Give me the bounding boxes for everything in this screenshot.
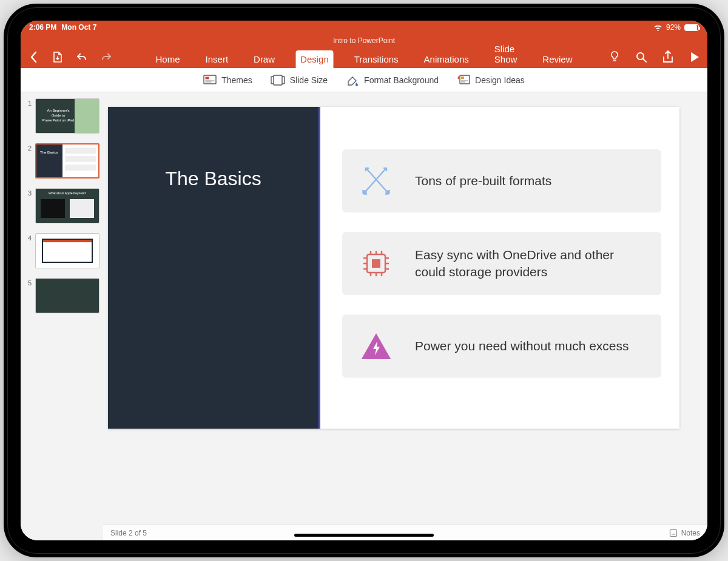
tab-insert[interactable]: Insert [201,50,234,68]
tab-draw[interactable]: Draw [249,50,280,68]
slide-size-icon [271,75,285,86]
thumb-number: 3 [24,188,32,197]
ios-status-bar: 2:06 PM Mon Oct 7 92% [21,21,707,34]
svg-rect-6 [461,76,464,79]
tab-review[interactable]: Review [538,50,577,68]
ribbon-tabs: Home Insert Draw Design Transitions Anim… [151,46,578,68]
tab-design[interactable]: Design [295,50,334,68]
slide-thumbnail-panel[interactable]: 1 An Beginner's Guide to PowerPoint on i… [21,92,103,540]
thumb-number: 1 [24,98,32,107]
tab-home[interactable]: Home [151,50,185,68]
slide-card-1-text: Tons of pre-built formats [415,172,551,189]
slide-position: Slide 2 of 5 [110,529,147,537]
slide-size-label: Slide Size [290,75,328,85]
status-footer: Slide 2 of 5 Notes [103,525,707,540]
notes-button[interactable]: Notes [669,529,700,537]
slide-card-3[interactable]: Power you need without much excess [342,314,661,378]
design-ideas-label: Design Ideas [475,75,525,85]
thumb-number: 5 [24,278,32,287]
slide-title: The Basics [165,168,261,190]
slide-card-2[interactable]: Easy sync with OneDrive and other could … [342,232,661,295]
thumb-number: 2 [24,143,32,152]
svg-rect-11 [670,529,676,536]
design-ideas-button[interactable]: Design Ideas [457,75,525,86]
home-indicator[interactable] [294,534,434,537]
svg-rect-4 [274,75,282,85]
battery-icon [684,24,699,31]
themes-icon [203,75,217,86]
ipad-device-frame: 2:06 PM Mon Oct 7 92% Intro to PowerPoin… [4,4,724,557]
slide-card-3-text: Power you need without much excess [415,338,629,355]
app-bar: Intro to PowerPoint [21,34,707,68]
undo-button[interactable] [75,50,89,64]
design-toolbar: Themes Slide Size Format Background Desi… [21,68,707,92]
play-slideshow-button[interactable] [688,50,701,64]
slide-thumbnail-3[interactable]: What about Apple Keynote? [35,188,99,223]
file-menu-button[interactable] [51,50,64,64]
thumb-number: 4 [24,233,32,242]
slide-thumbnail-1[interactable]: An Beginner's Guide to PowerPoint on iPa… [35,98,99,134]
tell-me-button[interactable] [608,50,621,64]
document-title: Intro to PowerPoint [21,34,707,46]
design-ideas-icon [457,75,470,86]
notes-label: Notes [681,529,700,537]
slide-thumbnail-4[interactable]: Design [35,233,99,268]
svg-rect-2 [206,76,209,79]
slide-thumbnail-2[interactable]: The Basics [35,143,99,178]
format-background-button[interactable]: Format Background [346,74,439,86]
share-button[interactable] [661,50,675,64]
redo-button[interactable] [99,50,113,64]
lightning-triangle-icon [358,328,394,364]
tab-animations[interactable]: Animations [419,50,474,68]
format-background-icon [346,74,359,86]
slide-thumbnail-5[interactable] [35,278,99,313]
chip-icon [358,245,394,282]
workspace: 1 An Beginner's Guide to PowerPoint on i… [21,92,707,540]
slide-size-button[interactable]: Slide Size [271,75,328,86]
wifi-icon [653,24,662,31]
themes-button[interactable]: Themes [203,75,252,86]
slide-canvas-area[interactable]: The Basics Tons of pre-built formats [103,92,707,525]
back-button[interactable] [27,50,40,64]
status-date: Mon Oct 7 [61,23,96,32]
status-time: 2:06 PM [29,23,56,32]
format-background-label: Format Background [364,75,439,85]
svg-rect-10 [372,259,380,268]
tab-slideshow[interactable]: Slide Show [490,40,522,68]
battery-percent: 92% [666,23,681,32]
slide-card-2-text: Easy sync with OneDrive and other could … [415,246,645,281]
current-slide[interactable]: The Basics Tons of pre-built formats [108,107,679,429]
svg-rect-1 [204,75,216,84]
notes-icon [669,529,678,537]
slide-card-1[interactable]: Tons of pre-built formats [342,149,661,212]
swords-icon [358,163,394,199]
search-button[interactable] [635,50,648,64]
themes-label: Themes [221,75,252,85]
slide-title-panel[interactable]: The Basics [108,107,320,429]
tab-transitions[interactable]: Transitions [349,50,403,68]
